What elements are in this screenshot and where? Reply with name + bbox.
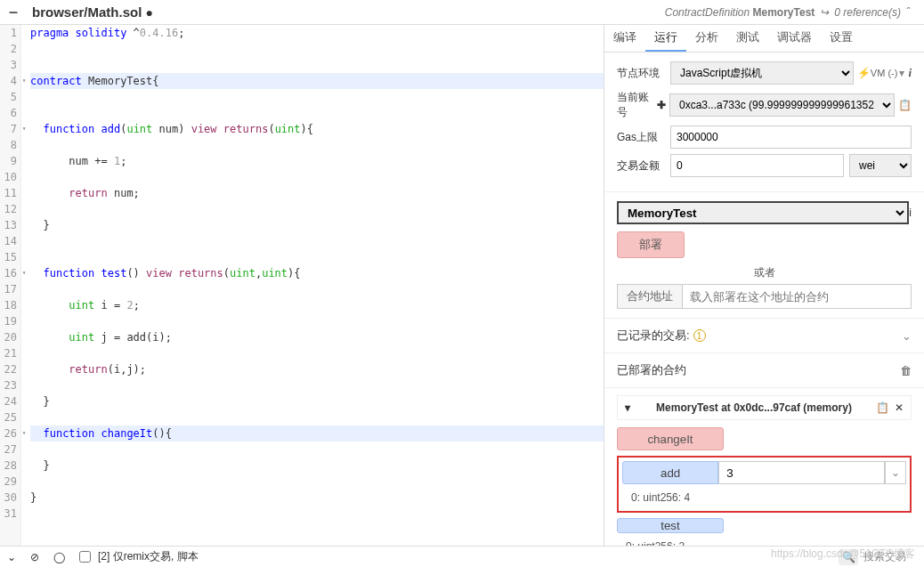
tab-调试器[interactable]: 调试器 <box>768 25 821 52</box>
chevron-down-icon[interactable]: ⌄ <box>902 329 912 343</box>
deploy-section: MemoryTest i 部署 或者 合约地址 <box>604 192 924 319</box>
clear-icon[interactable]: ⊘ <box>23 551 46 563</box>
tab-设置[interactable]: 设置 <box>821 25 862 52</box>
add-input[interactable] <box>718 461 885 484</box>
right-panel: 编译运行分析测试调试器设置 节点环境 JavaScript虚拟机 ⚡ VM (-… <box>604 25 924 546</box>
plus-icon[interactable]: ✚ <box>657 99 666 111</box>
tab-分析[interactable]: 分析 <box>686 25 727 52</box>
breadcrumb-kind: ContractDefinition <box>665 6 750 19</box>
label-account: 当前账号 <box>617 90 657 120</box>
deployed-title: 已部署的合约 <box>617 362 686 378</box>
close-icon[interactable]: ✕ <box>895 401 904 414</box>
breadcrumb-name: MemoryTest <box>753 6 815 19</box>
pending-icon[interactable]: ◯ <box>46 551 72 563</box>
changeit-button[interactable]: changeIt <box>617 427 724 450</box>
account-select[interactable]: 0xca3...a733c (99.999999999999961352 <box>669 93 895 117</box>
env-select[interactable]: JavaScript虚拟机 <box>670 61 854 85</box>
code-editor[interactable]: 1234567891011121314151617181920212223242… <box>0 25 604 546</box>
transactions-title: 已记录的交易: <box>617 328 690 344</box>
info-icon[interactable]: i <box>908 66 912 80</box>
add-result: 0: uint256: 4 <box>622 488 906 507</box>
script-label: [2] 仅remix交易, 脚本 <box>98 549 199 564</box>
transactions-count: 1 <box>693 329 706 342</box>
expand-args-icon[interactable]: ⌄ <box>885 461 906 484</box>
trash-icon[interactable]: 🗑 <box>900 364 912 377</box>
unit-select[interactable]: wei <box>849 154 912 177</box>
at-address-button[interactable]: 合约地址 <box>617 284 683 309</box>
file-name[interactable]: browser/Math.sol <box>27 4 142 20</box>
console-toggle-icon[interactable]: ⌄ <box>0 551 23 563</box>
test-button[interactable]: test <box>617 518 724 533</box>
arrow-right-icon: ↪ <box>820 6 829 19</box>
panel-tabs: 编译运行分析测试调试器设置 <box>604 25 924 53</box>
info-icon[interactable]: i <box>909 207 912 219</box>
environment-section: 节点环境 JavaScript虚拟机 ⚡ VM (-) ▾ i 当前账号 ✚ 0… <box>604 53 924 192</box>
expand-icon[interactable]: ▾ <box>625 401 630 414</box>
listen-checkbox[interactable] <box>79 551 91 563</box>
code-body[interactable]: pragma solidity ^0.4.16;contract MemoryT… <box>21 25 604 546</box>
collapse-icon[interactable]: – <box>0 3 27 21</box>
chevron-down-icon[interactable]: ▾ <box>899 67 904 79</box>
unsaved-indicator: ● <box>142 5 152 20</box>
vm-badge: VM (-) <box>871 68 898 78</box>
deployed-header: 已部署的合约 🗑 <box>604 353 924 388</box>
gas-limit-input[interactable] <box>670 126 912 149</box>
copy-icon[interactable]: 📋 <box>876 401 889 414</box>
at-address-input[interactable] <box>683 284 912 309</box>
highlighted-call: add ⌄ 0: uint256: 4 <box>617 456 912 513</box>
deploy-button[interactable]: 部署 <box>617 231 685 258</box>
reference-count: 0 reference(s) <box>834 6 901 19</box>
contract-instance: ▾ MemoryTest at 0x0dc...97caf (memory) 📋… <box>604 388 924 546</box>
copy-icon[interactable]: 📋 <box>898 99 912 111</box>
label-gas: Gas上限 <box>617 130 670 145</box>
chevron-up-icon[interactable]: ˆ <box>906 6 910 19</box>
or-label: 或者 <box>617 265 912 280</box>
tab-测试[interactable]: 测试 <box>727 25 768 52</box>
editor-tab-bar: – browser/Math.sol ● ContractDefinition … <box>0 0 924 25</box>
test-result-0: 0: uint256: 2 <box>617 537 912 546</box>
breadcrumb[interactable]: ContractDefinition MemoryTest ↪ 0 refere… <box>665 6 924 19</box>
tab-运行[interactable]: 运行 <box>645 25 686 52</box>
value-input[interactable] <box>670 154 844 177</box>
plug-icon[interactable]: ⚡ <box>857 67 871 79</box>
label-value: 交易金额 <box>617 158 670 174</box>
add-button[interactable]: add <box>622 461 718 484</box>
instance-header[interactable]: ▾ MemoryTest at 0x0dc...97caf (memory) 📋… <box>617 395 912 420</box>
line-gutter: 1234567891011121314151617181920212223242… <box>0 25 21 546</box>
instance-title: MemoryTest at 0x0dc...97caf (memory) <box>637 401 871 414</box>
watermark: https://blog.csdn@51CTO博客 <box>771 547 915 562</box>
transactions-header[interactable]: 已记录的交易: 1 ⌄ <box>604 319 924 353</box>
label-env: 节点环境 <box>617 66 670 81</box>
tab-编译[interactable]: 编译 <box>604 25 645 52</box>
contract-select[interactable]: MemoryTest <box>617 201 909 224</box>
